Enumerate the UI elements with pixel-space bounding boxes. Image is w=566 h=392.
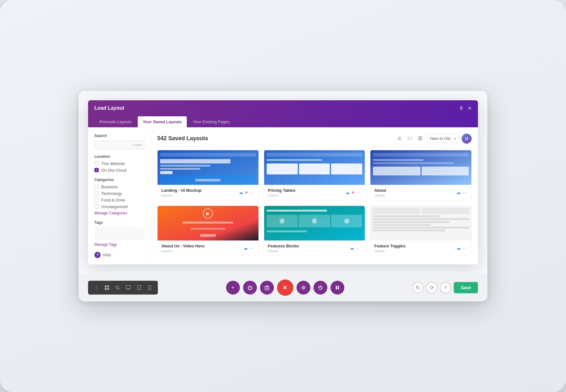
tab-saved-layouts[interactable]: Your Saved Layouts — [138, 116, 187, 127]
location-this-website[interactable]: This Website — [94, 161, 144, 166]
manage-tags-link[interactable]: Manage Tags — [94, 242, 144, 247]
modal-close-button[interactable]: ✕ — [468, 105, 472, 111]
layout-card[interactable]: Feature Toggles Layout ☁ ⋯ — [370, 206, 472, 256]
layout-preview-1 — [158, 150, 258, 185]
filter-label[interactable]: + Filter — [131, 143, 142, 147]
svg-rect-3 — [107, 288, 109, 290]
close-button[interactable]: ✕ — [277, 279, 293, 296]
layout-info-1: Landing - UI Mockup Layout ☁ ♥ ⋯ — [158, 185, 258, 200]
layouts-count-title: 542 Saved Layouts — [157, 135, 208, 142]
layout-preview-2 — [264, 150, 365, 185]
checkbox-food-drink[interactable] — [94, 198, 99, 202]
heart-icon-2[interactable]: ♥ — [352, 190, 354, 195]
layout-card[interactable]: Landing - UI Mockup Layout ☁ ♥ ⋯ — [157, 150, 259, 201]
svg-rect-2 — [105, 288, 107, 290]
tablet-button[interactable] — [135, 283, 143, 292]
more-dots-2[interactable]: ⋯ — [356, 190, 361, 196]
main-toolbar: ⊞ 🏷 ☰ New to Old Old to New A to Z — [396, 134, 472, 144]
mobile-button[interactable] — [145, 283, 154, 292]
checkbox-this-website[interactable] — [94, 161, 99, 166]
more-dots-4[interactable]: ⋯ — [250, 245, 255, 251]
location-divi-cloud[interactable]: ✓ On Divi Cloud — [94, 168, 144, 173]
sort-select[interactable]: New to Old Old to New A to Z Z to A — [427, 134, 458, 143]
manage-categories-link[interactable]: Manage Categories — [94, 211, 144, 215]
layouts-grid: Landing - UI Mockup Layout ☁ ♥ ⋯ — [157, 150, 472, 256]
layout-preview-5 — [264, 206, 365, 240]
layout-actions-4: ☁ ⋯ — [243, 245, 255, 251]
history-button[interactable] — [314, 281, 327, 295]
main-header: 542 Saved Layouts ⊞ 🏷 ☰ New — [157, 134, 472, 144]
user-avatar[interactable]: U — [462, 134, 472, 144]
tab-existing-pages[interactable]: Your Existing Pages — [188, 116, 235, 127]
more-dots-3[interactable]: ⋯ — [463, 190, 468, 196]
desktop-button[interactable] — [124, 283, 133, 292]
cloud-icon-6: ☁ — [456, 246, 461, 251]
layout-name-4: About Us - Video Hero — [161, 244, 205, 248]
save-button[interactable]: Save — [454, 282, 478, 293]
checkbox-business[interactable] — [94, 185, 99, 189]
redo-button[interactable] — [426, 282, 437, 293]
delete-button[interactable] — [260, 281, 274, 295]
add-button[interactable]: + — [226, 281, 240, 295]
category-uncategorized-label: Uncategorized — [101, 204, 128, 209]
pause-button[interactable] — [330, 281, 344, 295]
tab-premade-layouts[interactable]: Premade Layouts — [94, 116, 136, 127]
layout-name-1: Landing - UI Mockup — [161, 188, 202, 193]
grid-view-icon[interactable]: ⊞ — [396, 134, 403, 143]
cloud-icon-5: ☁ — [350, 246, 354, 251]
layout-preview-4: ▶ — [158, 206, 258, 240]
svg-line-5 — [119, 288, 120, 290]
cloud-icon-2: ☁ — [345, 190, 350, 195]
category-business[interactable]: Business — [94, 185, 144, 189]
more-dots-1[interactable]: ⋯ — [250, 190, 255, 196]
layout-card[interactable]: About Layout ☁ ⋯ — [370, 150, 472, 201]
menu-dots-button[interactable]: ⋮ — [92, 283, 101, 292]
search-button[interactable] — [113, 283, 122, 292]
category-technology[interactable]: Technology — [94, 191, 144, 196]
help-icon: ? — [94, 252, 101, 258]
help-toolbar-button[interactable]: ? — [440, 282, 451, 293]
layout-actions-3: ☁ ⋯ — [456, 190, 468, 196]
left-toolbar: ⋮ — [88, 281, 158, 295]
grid-button[interactable] — [103, 283, 111, 292]
checkbox-uncategorized[interactable] — [94, 204, 99, 209]
layout-name-5: Features Blurbs — [268, 244, 299, 248]
heart-icon-1[interactable]: ♥ — [245, 190, 247, 195]
location-this-website-label: This Website — [101, 161, 125, 166]
modal-pause-button[interactable]: ⏸ — [459, 105, 464, 111]
more-dots-6[interactable]: ⋯ — [463, 245, 468, 251]
list-view-icon[interactable]: ☰ — [417, 134, 424, 143]
cloud-icon-4: ☁ — [243, 246, 248, 251]
layout-info-3: About Layout ☁ ⋯ — [370, 185, 471, 200]
layout-card[interactable]: Features Blurbs Layout ☁ ⋯ — [264, 206, 365, 256]
checkbox-divi-cloud[interactable]: ✓ — [94, 168, 99, 172]
category-uncategorized[interactable]: Uncategorized — [94, 204, 144, 209]
checkbox-technology[interactable] — [94, 191, 99, 196]
filter-icon[interactable]: 🏷 — [406, 135, 413, 143]
category-food-drink-label: Food & Drink — [101, 198, 125, 202]
layout-type-1: Layout — [161, 193, 202, 197]
modal-header-actions: ⏸ ✕ — [459, 105, 472, 111]
laptop-frame: Load Layout ⏸ ✕ Premade Layouts Your Sav… — [79, 91, 487, 301]
categories-label: Categories — [94, 178, 144, 182]
more-dots-5[interactable]: ⋯ — [356, 245, 361, 251]
layout-card[interactable]: ▶ About Us - Video Hero L — [157, 206, 259, 256]
help-button[interactable]: ? Help — [94, 252, 144, 258]
bottom-toolbar: ⋮ — [79, 274, 487, 301]
svg-rect-19 — [336, 286, 337, 290]
layout-type-3: Layout — [374, 193, 386, 197]
location-divi-cloud-label: On Divi Cloud — [101, 168, 126, 173]
category-food-drink[interactable]: Food & Drink — [94, 198, 144, 202]
layout-info-4: About Us - Video Hero Layout ☁ ⋯ — [158, 240, 258, 256]
layout-info-6: Feature Toggles Layout ☁ ⋯ — [370, 240, 471, 256]
modal-sidebar: Search + Filter Location This Website ✓ — [88, 127, 151, 264]
power-button[interactable] — [243, 281, 257, 295]
layout-name-6: Feature Toggles — [374, 244, 405, 248]
settings-button[interactable] — [297, 281, 310, 295]
layout-card[interactable]: Pricing Tables Layout ☁ ♥ ⋯ — [264, 150, 365, 201]
help-label: Help — [103, 252, 111, 257]
svg-rect-20 — [338, 286, 339, 290]
undo-button[interactable] — [412, 282, 424, 293]
layout-name-3: About — [374, 188, 386, 193]
center-toolbar: + ✕ — [226, 279, 344, 296]
